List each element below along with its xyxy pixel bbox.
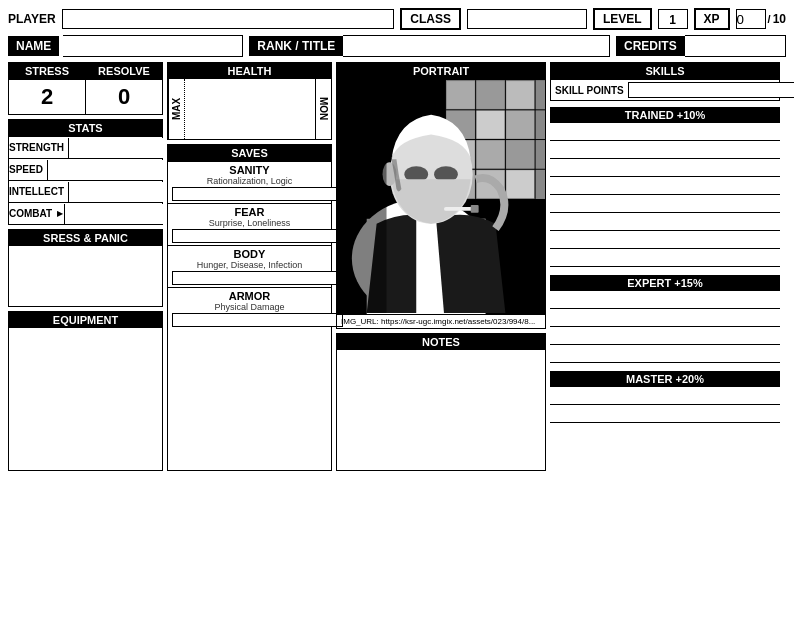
resolve-cell: RESOLVE 0 xyxy=(86,63,162,114)
stress-resolve-header: STRESS 2 RESOLVE 0 xyxy=(9,63,162,114)
xp-current-input[interactable] xyxy=(736,9,766,29)
skill-line[interactable] xyxy=(550,213,780,231)
skill-line[interactable] xyxy=(550,345,780,363)
stress-value: 2 xyxy=(9,79,85,114)
armor-input[interactable] xyxy=(172,313,343,327)
save-body: BODY Hunger, Disease, Infection xyxy=(168,245,331,287)
combat-label: COMBAT xyxy=(9,208,56,219)
skill-line[interactable] xyxy=(550,387,780,405)
equipment-box: EQUIPMENT xyxy=(8,311,163,471)
stat-row-intellect: INTELLECT xyxy=(9,180,162,202)
strength-label: STRENGTH xyxy=(9,142,68,153)
body-input[interactable] xyxy=(172,271,343,285)
health-body: MAX MON xyxy=(168,79,331,139)
svg-rect-13 xyxy=(506,111,534,139)
img-url-label: IMG_URL: xyxy=(341,317,379,326)
top-row: PLAYER CLASS LEVEL 1 XP / 10 xyxy=(8,8,786,30)
skill-line[interactable] xyxy=(550,291,780,309)
level-label: LEVEL xyxy=(593,8,652,30)
body-inputs xyxy=(172,271,327,285)
xp-values: / 10 xyxy=(736,9,786,29)
stress-panic-box: SRESS & PANIC xyxy=(8,229,163,307)
notes-header: NOTES xyxy=(337,334,545,350)
main-grid: STRESS 2 RESOLVE 0 STATS STRENGTH SPEED xyxy=(8,62,786,471)
stat-row-speed: SPEED xyxy=(9,158,162,180)
skills-header: SKILLS xyxy=(551,63,779,79)
skill-line[interactable] xyxy=(550,177,780,195)
portrait-header: PORTRAIT xyxy=(337,63,545,79)
stats-header: STATS xyxy=(9,120,162,136)
armor-inputs xyxy=(172,313,327,327)
skill-points-input[interactable] xyxy=(628,82,794,98)
save-fear: FEAR Surprise, Loneliness xyxy=(168,203,331,245)
expert-lines xyxy=(550,291,780,363)
combat-arrow: ▶ xyxy=(56,209,64,218)
name-label: NAME xyxy=(8,36,59,56)
column-4: SKILLS SKILL POINTS TRAINED +10% EXPERT … xyxy=(550,62,780,471)
svg-rect-15 xyxy=(477,141,505,169)
saves-header: SAVES xyxy=(168,145,331,161)
skill-line[interactable] xyxy=(550,309,780,327)
img-url-value: https://ksr-ugc.imgix.net/assets/023/994… xyxy=(381,317,535,326)
skill-line[interactable] xyxy=(550,405,780,423)
armor-sub: Physical Damage xyxy=(172,302,327,312)
stat-row-strength: STRENGTH xyxy=(9,136,162,158)
skill-points-label: SKILL POINTS xyxy=(555,85,624,96)
name-block: NAME xyxy=(8,35,243,57)
portrait-area xyxy=(337,79,545,314)
portrait-box: PORTRAIT xyxy=(336,62,546,329)
master-label: MASTER +20% xyxy=(550,371,780,387)
health-max-label: MAX xyxy=(168,79,184,139)
sanity-sub: Rationalization, Logic xyxy=(172,176,327,186)
svg-rect-16 xyxy=(506,141,534,169)
stress-panic-header: SRESS & PANIC xyxy=(9,230,162,246)
intellect-label: INTELLECT xyxy=(9,186,68,197)
saves-box: SAVES SANITY Rationalization, Logic FEAR… xyxy=(167,144,332,471)
save-sanity: SANITY Rationalization, Logic xyxy=(168,161,331,203)
skill-line[interactable] xyxy=(550,123,780,141)
expert-label: EXPERT +15% xyxy=(550,275,780,291)
health-header: HEALTH xyxy=(168,63,331,79)
level-value: 1 xyxy=(658,9,688,29)
fear-input[interactable] xyxy=(172,229,343,243)
skills-box: SKILLS SKILL POINTS xyxy=(550,62,780,101)
credits-input[interactable] xyxy=(685,35,786,57)
sanity-label: SANITY xyxy=(172,164,327,176)
sanity-input[interactable] xyxy=(172,187,343,201)
xp-label: XP xyxy=(694,8,730,30)
stat-row-combat: COMBAT ▶ xyxy=(9,202,162,224)
svg-rect-26 xyxy=(444,207,474,211)
svg-rect-10 xyxy=(506,81,534,109)
skill-line[interactable] xyxy=(550,195,780,213)
stats-box: STATS STRENGTH SPEED INTELLECT COMBAT ▶ xyxy=(8,119,163,225)
expert-section: EXPERT +15% xyxy=(550,273,780,363)
xp-separator: / xyxy=(768,13,771,25)
svg-rect-8 xyxy=(447,81,475,109)
name-row: NAME RANK / TITLE CREDITS xyxy=(8,35,786,57)
skill-points-row: SKILL POINTS xyxy=(551,79,779,100)
xp-max: 10 xyxy=(773,12,786,26)
save-armor: ARMOR Physical Damage xyxy=(168,287,331,329)
skill-line[interactable] xyxy=(550,249,780,267)
img-url-row: IMG_URL: https://ksr-ugc.imgix.net/asset… xyxy=(337,314,545,328)
rank-label: RANK / TITLE xyxy=(249,36,343,56)
skill-line[interactable] xyxy=(550,327,780,345)
health-center xyxy=(184,79,315,139)
credits-label: CREDITS xyxy=(616,36,685,56)
body-label: BODY xyxy=(172,248,327,260)
fear-inputs xyxy=(172,229,327,243)
equipment-body xyxy=(9,328,162,448)
armor-label: ARMOR xyxy=(172,290,327,302)
rank-input[interactable] xyxy=(343,35,610,57)
column-1: STRESS 2 RESOLVE 0 STATS STRENGTH SPEED xyxy=(8,62,163,471)
resolve-value: 0 xyxy=(86,79,162,114)
column-2: HEALTH MAX MON SAVES SANITY Rationalizat… xyxy=(167,62,332,471)
equipment-header: EQUIPMENT xyxy=(9,312,162,328)
skill-line[interactable] xyxy=(550,141,780,159)
skill-line[interactable] xyxy=(550,159,780,177)
player-input[interactable] xyxy=(62,9,395,29)
name-input[interactable] xyxy=(63,35,243,57)
svg-rect-19 xyxy=(506,170,534,198)
class-input[interactable] xyxy=(467,9,587,29)
skill-line[interactable] xyxy=(550,231,780,249)
